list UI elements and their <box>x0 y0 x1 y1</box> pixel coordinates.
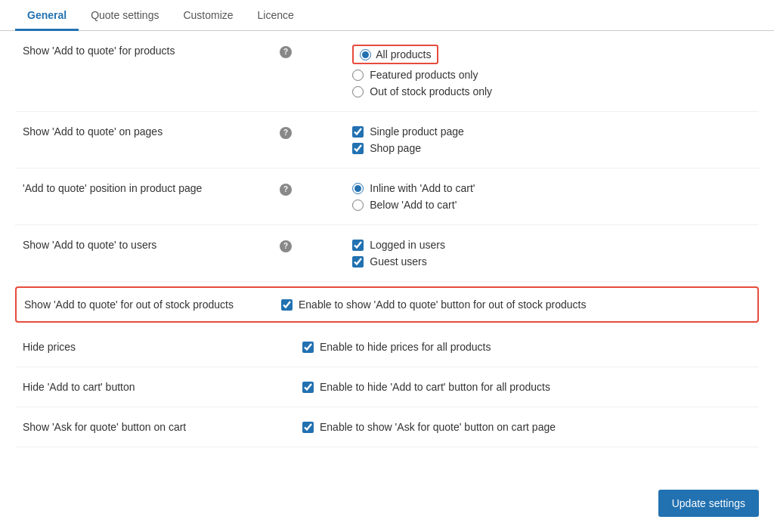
tab-quote-settings[interactable]: Quote settings <box>79 0 171 31</box>
checkbox-hide-prices[interactable] <box>302 342 314 353</box>
label-enable-ask-for-quote-cart: Enable to show 'Ask for quote' button on… <box>320 421 556 433</box>
options-show-on-pages: Single product page Shop page <box>345 112 759 169</box>
row-show-for-products: Show 'Add to quote' for products ? All p… <box>15 31 759 112</box>
all-products-highlight: All products <box>352 45 438 64</box>
row-hide-add-to-cart: Hide 'Add to cart' button Enable to hide… <box>15 367 759 407</box>
label-ask-for-quote-cart: Show 'Ask for quote' button on cart <box>15 407 272 447</box>
options-position: Inline with 'Add to cart' Below 'Add to … <box>345 169 759 225</box>
label-enable-hide-add-to-cart: Enable to hide 'Add to cart' button for … <box>320 381 550 393</box>
label-show-to-users: Show 'Add to quote' to users <box>15 225 272 282</box>
label-enable-out-of-stock: Enable to show 'Add to quote' button for… <box>299 298 586 311</box>
option-enable-ask-for-quote-cart: Enable to show 'Ask for quote' button on… <box>302 421 751 433</box>
label-hide-add-to-cart: Hide 'Add to cart' button <box>15 367 272 407</box>
radio-featured-products[interactable] <box>352 70 364 81</box>
tab-licence[interactable]: Licence <box>246 0 306 31</box>
option-below: Below 'Add to cart' <box>352 199 751 211</box>
radio-all-products[interactable] <box>360 49 371 60</box>
option-single-product-page: Single product page <box>352 125 751 138</box>
option-enable-hide-prices: Enable to hide prices for all products <box>302 341 751 353</box>
settings-table: Show 'Add to quote' for products ? All p… <box>15 31 759 282</box>
tabs-bar: General Quote settings Customize Licence <box>0 0 774 31</box>
label-below: Below 'Add to cart' <box>370 199 457 211</box>
checkbox-out-of-stock[interactable] <box>281 299 293 311</box>
products-radio-group: All products Featured products only Out … <box>352 45 751 97</box>
option-all-products: All products <box>352 45 751 64</box>
out-of-stock-table: Show 'Add to quote' for out of stock pro… <box>17 288 757 321</box>
label-enable-hide-prices: Enable to hide prices for all products <box>320 341 491 353</box>
option-guest-users: Guest users <box>352 255 751 268</box>
users-checkbox-group: Logged in users Guest users <box>352 239 751 268</box>
option-shop-page: Shop page <box>352 142 751 154</box>
option-enable-hide-add-to-cart: Enable to hide 'Add to cart' button for … <box>302 381 751 393</box>
highlighted-out-of-stock-row: Show 'Add to quote' for out of stock pro… <box>15 286 759 323</box>
label-show-for-products: Show 'Add to quote' for products <box>15 31 272 112</box>
help-icon-position[interactable]: ? <box>280 184 292 196</box>
row-show-to-users: Show 'Add to quote' to users ? Logged in… <box>15 225 759 282</box>
option-featured-products: Featured products only <box>352 69 751 81</box>
option-enable-out-of-stock: Enable to show 'Add to quote' button for… <box>281 298 750 311</box>
help-icon-pages[interactable]: ? <box>280 127 292 139</box>
option-out-of-stock-products: Out of stock products only <box>352 85 751 97</box>
checkbox-logged-in[interactable] <box>352 240 364 251</box>
label-featured-products: Featured products only <box>370 69 478 81</box>
row-ask-for-quote-cart: Show 'Ask for quote' button on cart Enab… <box>15 407 759 447</box>
options-hide-add-to-cart: Enable to hide 'Add to cart' button for … <box>295 367 759 407</box>
row-out-of-stock: Show 'Add to quote' for out of stock pro… <box>17 288 757 321</box>
label-inline: Inline with 'Add to cart' <box>370 182 475 194</box>
label-show-on-pages: Show 'Add to quote' on pages <box>15 112 272 169</box>
label-out-of-stock: Show 'Add to quote' for out of stock pro… <box>17 288 274 321</box>
options-ask-for-quote-cart: Enable to show 'Ask for quote' button on… <box>295 407 759 447</box>
radio-out-of-stock-products[interactable] <box>352 86 364 97</box>
options-show-to-users: Logged in users Guest users <box>345 225 759 282</box>
show-for-products-text: Show 'Add to quote' for products <box>23 45 175 57</box>
help-icon-products[interactable]: ? <box>280 46 292 58</box>
label-out-of-stock-products: Out of stock products only <box>370 85 492 97</box>
settings-table-bottom: Hide prices Enable to hide prices for al… <box>15 327 759 447</box>
options-hide-prices: Enable to hide prices for all products <box>295 327 759 367</box>
label-shop-page: Shop page <box>370 142 421 154</box>
label-hide-prices: Hide prices <box>15 327 272 367</box>
label-logged-in: Logged in users <box>370 239 445 251</box>
option-logged-in-users: Logged in users <box>352 239 751 251</box>
row-show-on-pages: Show 'Add to quote' on pages ? Single pr… <box>15 112 759 169</box>
checkbox-single-product[interactable] <box>352 126 364 138</box>
page-wrapper: General Quote settings Customize Licence… <box>0 0 774 532</box>
checkbox-guest[interactable] <box>352 256 364 268</box>
checkbox-shop-page[interactable] <box>352 143 364 154</box>
checkbox-ask-for-quote-cart[interactable] <box>302 422 314 433</box>
options-out-of-stock: Enable to show 'Add to quote' button for… <box>274 288 757 321</box>
checkbox-hide-add-to-cart[interactable] <box>302 382 314 393</box>
tab-customize[interactable]: Customize <box>171 0 245 31</box>
help-icon-users[interactable]: ? <box>280 240 292 252</box>
row-position: 'Add to quote' position in product page … <box>15 169 759 225</box>
label-all-products: All products <box>376 48 431 60</box>
label-guest: Guest users <box>370 255 426 268</box>
row-hide-prices: Hide prices Enable to hide prices for al… <box>15 327 759 367</box>
radio-below[interactable] <box>352 200 364 211</box>
label-single-product: Single product page <box>370 125 464 138</box>
pages-checkbox-group: Single product page Shop page <box>352 125 751 154</box>
label-position: 'Add to quote' position in product page <box>15 169 272 225</box>
radio-inline[interactable] <box>352 183 364 194</box>
option-inline: Inline with 'Add to cart' <box>352 182 751 194</box>
tab-general[interactable]: General <box>15 0 79 31</box>
update-settings-button[interactable]: Update settings <box>658 490 759 517</box>
options-show-for-products: All products Featured products only Out … <box>345 31 759 112</box>
position-radio-group: Inline with 'Add to cart' Below 'Add to … <box>352 182 751 211</box>
settings-content: Show 'Add to quote' for products ? All p… <box>0 31 774 447</box>
